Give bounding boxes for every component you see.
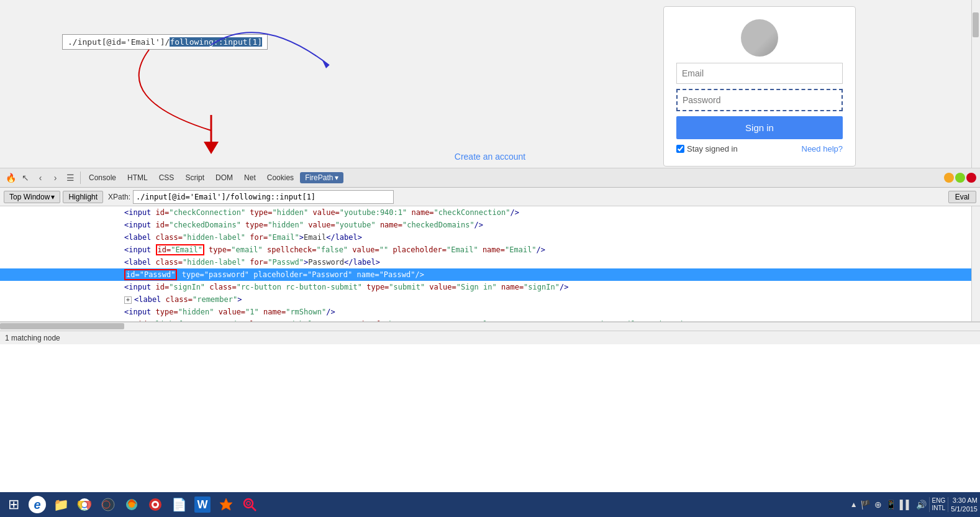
language-indicator: ENGINTL xyxy=(932,497,946,512)
minimize-button[interactable] xyxy=(944,173,954,183)
firefox-icon xyxy=(124,497,139,512)
devtools-list-icon[interactable]: ☰ xyxy=(63,171,77,185)
ie-icon: e xyxy=(29,496,46,513)
create-account-link[interactable]: Create an account xyxy=(455,152,525,162)
flag-icon: 🏴 xyxy=(860,500,871,510)
svg-marker-0 xyxy=(322,59,329,68)
app9-icon xyxy=(219,497,234,512)
tray-arrow[interactable]: ▲ xyxy=(850,500,858,509)
eval-button[interactable]: Eval xyxy=(948,191,976,203)
taskbar-folder[interactable]: 📁 xyxy=(50,493,72,516)
code-panel-scrollbar[interactable] xyxy=(971,206,980,321)
avatar xyxy=(741,19,778,57)
highlight-button[interactable]: Highlight xyxy=(63,191,103,203)
close-button[interactable] xyxy=(966,173,976,183)
taskbar-app10[interactable] xyxy=(238,493,261,516)
tab-script[interactable]: Script xyxy=(180,172,209,183)
taskbar-app9[interactable] xyxy=(215,493,237,516)
svg-point-7 xyxy=(102,501,110,508)
taskbar-firefox[interactable] xyxy=(120,493,143,516)
devtools-cursor-icon[interactable]: ↖ xyxy=(19,171,32,185)
stay-signed-checkbox[interactable] xyxy=(676,145,684,153)
app6-icon xyxy=(148,497,163,512)
tab-console[interactable]: Console xyxy=(84,172,121,183)
tray-separator-2 xyxy=(948,497,948,512)
svg-marker-13 xyxy=(220,498,232,510)
tab-net[interactable]: Net xyxy=(239,172,261,183)
mobile-icon: 📱 xyxy=(886,500,896,510)
code-line-1: <input id="checkConnection" type="hidden… xyxy=(0,206,980,219)
signin-button[interactable]: Sign in xyxy=(676,116,843,139)
devtools-toolbar: 🔥 ↖ ‹ › ☰ Console HTML CSS Script DOM Ne… xyxy=(0,168,980,188)
svg-point-16 xyxy=(247,501,250,505)
stay-signed-label: Stay signed in xyxy=(676,144,738,153)
taskbar-app6[interactable] xyxy=(144,493,166,516)
toolbar-separator-1 xyxy=(80,172,81,184)
xpath-label: XPath: xyxy=(108,193,130,201)
devtools-back-btn[interactable]: ‹ xyxy=(34,171,47,185)
vertical-scrollbar[interactable] xyxy=(971,0,980,168)
status-bar: 1 matching node xyxy=(0,331,980,344)
taskbar-chrome[interactable] xyxy=(73,493,96,516)
eclipse-icon xyxy=(101,497,116,512)
code-line-8: +<label class="remember"> xyxy=(0,293,980,306)
code-line-10: <a id="link-forgot-passwd" class="need-h… xyxy=(0,318,980,322)
svg-marker-2 xyxy=(204,142,219,154)
clock: 3:30 AM 5/1/2015 xyxy=(951,496,978,514)
signal-icon: ▌▌ xyxy=(900,500,912,510)
password-input[interactable] xyxy=(676,89,843,111)
start-button[interactable]: ⊞ xyxy=(2,493,25,516)
horizontal-scrollbar[interactable] xyxy=(0,322,980,331)
code-line-2: <input id="checkedDomains" type="hidden"… xyxy=(0,219,980,231)
word-icon: W xyxy=(194,496,211,513)
tray-separator xyxy=(929,497,930,512)
code-panel[interactable]: <input id="checkConnection" type="hidden… xyxy=(0,206,980,322)
need-help-link[interactable]: Need help? xyxy=(802,144,843,153)
email-input[interactable] xyxy=(676,63,843,84)
taskbar-eclipse[interactable] xyxy=(97,493,119,516)
scrollbar-thumb-h xyxy=(0,323,124,329)
sys-icons: 🏴 ⊕ 📱 ▌▌ 🔊 xyxy=(860,500,927,510)
top-window-arrow: ▾ xyxy=(51,193,55,201)
code-line-7: <input id="signIn" class="rc-button rc-b… xyxy=(0,281,980,293)
code-line-9: <input type="hidden" value="1" name="rmS… xyxy=(0,306,980,318)
window-controls xyxy=(944,173,976,183)
taskbar-word[interactable]: W xyxy=(191,493,214,516)
svg-point-5 xyxy=(82,502,87,507)
tab-css[interactable]: CSS xyxy=(154,172,179,183)
matching-node-status: 1 matching node xyxy=(5,334,60,342)
taskbar-ie[interactable]: e xyxy=(26,493,48,516)
devtools-forward-btn[interactable]: › xyxy=(48,171,62,185)
xpath-input[interactable] xyxy=(133,190,394,204)
top-window-button[interactable]: Top Window ▾ xyxy=(4,191,60,203)
network-icon: ⊕ xyxy=(874,500,882,510)
scrollbar-thumb xyxy=(973,12,979,37)
maximize-button[interactable] xyxy=(955,173,965,183)
folder-icon: 📁 xyxy=(53,497,69,512)
devtools-fire-icon[interactable]: 🔥 xyxy=(4,171,17,185)
windows-logo: ⊞ xyxy=(8,496,19,513)
firepath-dropdown-arrow: ▾ xyxy=(335,173,338,182)
code-line-6: id="Passwd" type="password" placeholder=… xyxy=(0,268,980,281)
xpath-bar: Top Window ▾ Highlight XPath: Eval xyxy=(0,188,980,206)
signin-options: Stay signed in Need help? xyxy=(676,144,843,153)
tab-cookies[interactable]: Cookies xyxy=(262,172,299,183)
chrome-icon xyxy=(77,497,92,512)
code-line-5: <label class="hidden-label" for="Passwd"… xyxy=(0,256,980,268)
taskbar: ⊞ e 📁 xyxy=(0,492,980,517)
expand-icon[interactable]: + xyxy=(124,296,132,304)
tab-firepath[interactable]: FirePath ▾ xyxy=(300,172,343,183)
taskbar-app7[interactable]: 📄 xyxy=(168,493,190,516)
system-tray: ▲ 🏴 ⊕ 📱 ▌▌ 🔊 ENGINTL 3:30 AM 5/1/2015 xyxy=(850,496,978,514)
code-line-4: <input id="Email" type="email" spellchec… xyxy=(0,244,980,256)
xpath-tooltip: ./input[@id='Email']/following::input[1] xyxy=(62,34,268,50)
tab-html[interactable]: HTML xyxy=(122,172,153,183)
volume-icon: 🔊 xyxy=(916,500,927,510)
app7-icon: 📄 xyxy=(171,497,187,512)
code-line-3: <label class="hidden-label" for="Email">… xyxy=(0,231,980,244)
tab-dom[interactable]: DOM xyxy=(211,172,238,183)
login-form: Sign in Stay signed in Need help? xyxy=(663,6,856,167)
scrollbar-track xyxy=(0,323,980,331)
svg-line-15 xyxy=(252,506,256,511)
svg-point-14 xyxy=(244,499,253,508)
